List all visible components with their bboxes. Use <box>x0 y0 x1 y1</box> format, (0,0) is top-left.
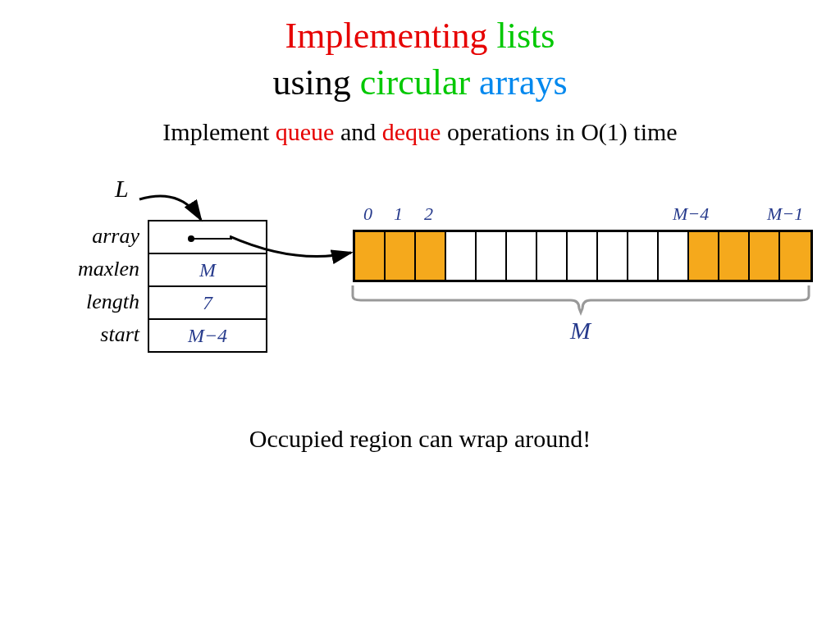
cell <box>477 232 507 280</box>
index-m-4: M−4 <box>673 203 709 225</box>
title-word-4: circular <box>360 62 470 103</box>
title-word-3: using <box>272 62 350 103</box>
title-word-1: Implementing <box>285 16 488 56</box>
label-array: array <box>66 220 139 253</box>
cell <box>750 232 780 280</box>
cell <box>416 232 446 280</box>
array-cells <box>353 230 813 282</box>
label-m-below: M <box>570 317 591 345</box>
cell <box>780 232 810 280</box>
title-word-5: arrays <box>479 62 568 103</box>
cell <box>719 232 750 280</box>
struct-length-cell: 7 <box>148 286 267 319</box>
index-2: 2 <box>413 203 444 225</box>
brace-m <box>351 284 810 317</box>
cell <box>568 232 598 280</box>
cell <box>386 232 416 280</box>
label-maxlen: maxlen <box>66 253 139 285</box>
cell <box>507 232 537 280</box>
array-index-row: 0 1 2 <box>353 203 444 225</box>
cell <box>537 232 568 280</box>
struct-start-cell: M−4 <box>148 319 267 352</box>
slide-title: Implementing lists using circular arrays <box>0 12 840 106</box>
cell <box>659 232 689 280</box>
index-0: 0 <box>353 203 383 225</box>
index-m-1: M−1 <box>767 203 803 225</box>
struct-field-labels: array maxlen length start <box>66 220 139 351</box>
label-start: start <box>66 318 139 351</box>
footer-text: Occupied region can wrap around! <box>0 425 840 453</box>
cell <box>446 232 477 280</box>
label-length: length <box>66 285 139 318</box>
diagram: L array maxlen length start M 7 M−4 0 1 … <box>0 171 840 400</box>
cell <box>598 232 628 280</box>
cell <box>689 232 719 280</box>
slide-subtitle: Implement queue and deque operations in … <box>0 118 840 146</box>
cell <box>628 232 659 280</box>
index-1: 1 <box>383 203 413 225</box>
title-word-2: lists <box>496 16 555 56</box>
arrow-array-to-cells <box>230 228 361 269</box>
label-L: L <box>115 175 129 203</box>
cell <box>355 232 386 280</box>
